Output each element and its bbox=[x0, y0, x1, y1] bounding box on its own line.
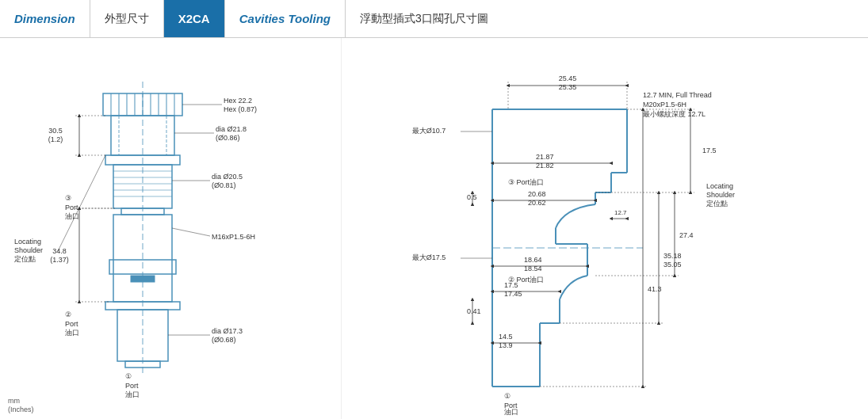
dimension-cn-label: 外型尺寸 bbox=[105, 12, 149, 26]
svg-text:油口: 油口 bbox=[65, 212, 79, 220]
svg-text:①: ① bbox=[504, 392, 510, 400]
svg-text:35.18: 35.18 bbox=[663, 252, 682, 260]
svg-text:油口: 油口 bbox=[125, 390, 140, 398]
svg-text:20.68: 20.68 bbox=[528, 190, 546, 198]
cavities-tab[interactable]: Cavities Tooling bbox=[225, 0, 346, 37]
unit-note: mm (Inches) bbox=[8, 397, 34, 415]
left-panel: 30.5 (1.2) 34.8 (1.37) Hex 22.2 Hex (0.8… bbox=[0, 38, 341, 419]
svg-text:Hex  22.2: Hex 22.2 bbox=[224, 97, 252, 105]
svg-line-47 bbox=[172, 228, 210, 236]
svg-text:0.41: 0.41 bbox=[467, 307, 481, 315]
model-tab[interactable]: X2CA bbox=[164, 0, 225, 37]
svg-text:M16xP1.5-6H: M16xP1.5-6H bbox=[212, 233, 255, 241]
main-content: 30.5 (1.2) 34.8 (1.37) Hex 22.2 Hex (0.8… bbox=[0, 38, 868, 419]
svg-text:18.64: 18.64 bbox=[524, 256, 542, 264]
svg-text:0.5: 0.5 bbox=[467, 193, 477, 201]
svg-text:最小螺紋深度 12.7L: 最小螺紋深度 12.7L bbox=[643, 110, 705, 118]
svg-text:最大Ø10.7: 最大Ø10.7 bbox=[412, 127, 446, 135]
svg-text:Locating: Locating bbox=[14, 238, 41, 246]
svg-text:(Ø0.68): (Ø0.68) bbox=[212, 336, 236, 344]
svg-text:②: ② bbox=[65, 310, 71, 318]
svg-text:30.5: 30.5 bbox=[48, 127, 63, 135]
svg-text:③ Port油口: ③ Port油口 bbox=[508, 178, 544, 186]
svg-text:最大Ø17.5: 最大Ø17.5 bbox=[412, 253, 446, 261]
dimension-drawing: 30.5 (1.2) 34.8 (1.37) Hex 22.2 Hex (0.8… bbox=[8, 46, 341, 418]
model-label: X2CA bbox=[178, 12, 210, 25]
cavities-cn-tab: 浮動型插式3口閥孔尺寸圖 bbox=[346, 0, 503, 37]
svg-text:定位點: 定位點 bbox=[14, 255, 36, 263]
svg-text:Shoulder: Shoulder bbox=[706, 191, 735, 199]
svg-text:定位點: 定位點 bbox=[706, 200, 728, 208]
dimension-label: Dimension bbox=[14, 12, 75, 25]
header: Dimension 外型尺寸 X2CA Cavities Tooling 浮動型… bbox=[0, 0, 868, 38]
cavities-drawing: 25.45 25.35 12.7 MIN, Full Thread M20xP1… bbox=[350, 46, 857, 418]
svg-text:13.9: 13.9 bbox=[499, 341, 513, 349]
svg-text:油口: 油口 bbox=[65, 329, 79, 337]
svg-text:M20xP1.5-6H: M20xP1.5-6H bbox=[643, 101, 686, 109]
cavities-label: Cavities Tooling bbox=[239, 12, 331, 25]
svg-text:17.5: 17.5 bbox=[504, 281, 518, 289]
svg-text:20.62: 20.62 bbox=[528, 199, 546, 207]
svg-text:Port: Port bbox=[65, 204, 78, 211]
dimension-cn-tab[interactable]: 外型尺寸 bbox=[90, 0, 164, 37]
svg-text:①: ① bbox=[125, 372, 132, 380]
svg-text:17.5: 17.5 bbox=[702, 147, 717, 154]
svg-text:dia  Ø17.3: dia Ø17.3 bbox=[212, 327, 243, 335]
right-panel: 25.45 25.35 12.7 MIN, Full Thread M20xP1… bbox=[341, 38, 868, 419]
svg-text:油口: 油口 bbox=[504, 408, 518, 416]
svg-text:21.82: 21.82 bbox=[536, 162, 554, 170]
svg-text:dia  Ø20.5: dia Ø20.5 bbox=[212, 173, 243, 181]
svg-text:(1.2): (1.2) bbox=[48, 135, 63, 143]
svg-text:Port: Port bbox=[65, 320, 78, 328]
dimension-tab[interactable]: Dimension bbox=[0, 0, 90, 37]
svg-text:dia  Ø21.8: dia Ø21.8 bbox=[216, 125, 247, 133]
svg-text:Locating: Locating bbox=[706, 182, 733, 190]
svg-text:③: ③ bbox=[65, 194, 71, 202]
svg-text:25.45: 25.45 bbox=[559, 74, 577, 82]
svg-text:Hex  (0.87): Hex (0.87) bbox=[224, 105, 257, 113]
svg-text:21.87: 21.87 bbox=[536, 153, 554, 161]
svg-text:(Ø0.81): (Ø0.81) bbox=[212, 181, 236, 189]
svg-text:12.7: 12.7 bbox=[614, 209, 627, 216]
svg-text:41.3: 41.3 bbox=[648, 285, 662, 293]
svg-text:27.4: 27.4 bbox=[679, 231, 694, 239]
cavities-cn-label: 浮動型插式3口閥孔尺寸圖 bbox=[360, 12, 488, 26]
svg-text:Shoulder: Shoulder bbox=[14, 246, 43, 254]
svg-text:14.5: 14.5 bbox=[499, 333, 513, 341]
svg-text:(Ø0.86): (Ø0.86) bbox=[216, 134, 240, 142]
svg-text:(1.37): (1.37) bbox=[50, 256, 69, 264]
svg-text:25.35: 25.35 bbox=[559, 83, 577, 91]
svg-text:17.45: 17.45 bbox=[504, 290, 522, 298]
svg-text:12.7 MIN, Full Thread: 12.7 MIN, Full Thread bbox=[643, 91, 712, 99]
svg-text:18.54: 18.54 bbox=[524, 265, 542, 272]
svg-text:35.05: 35.05 bbox=[663, 261, 682, 269]
svg-text:Port: Port bbox=[125, 382, 139, 390]
